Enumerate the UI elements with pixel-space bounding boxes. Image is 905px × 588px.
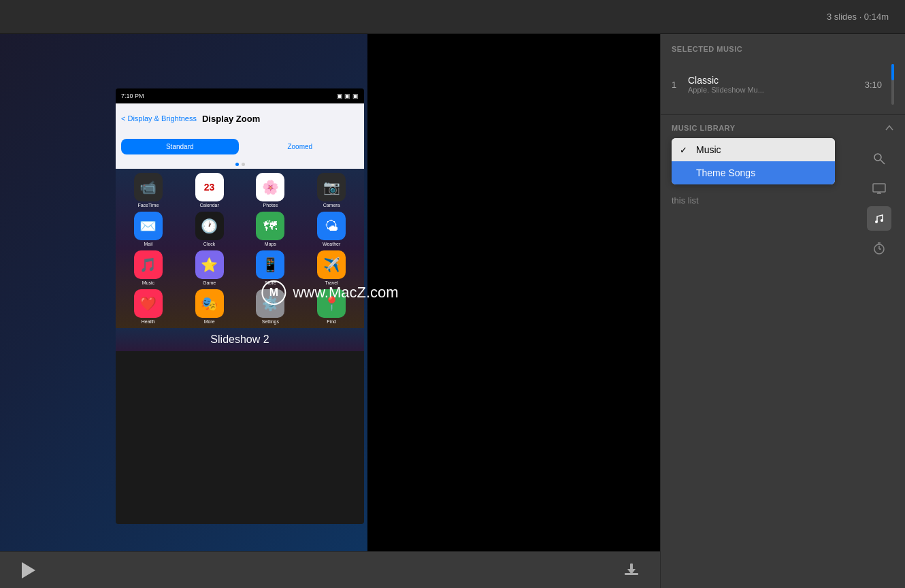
track-title: Classic [688,75,859,86]
toggle-zoomed: Zoomed [242,139,359,154]
play-button[interactable] [16,558,41,583]
dropdown-item-theme-songs[interactable]: ✓ Theme Songs [672,161,835,184]
svg-point-9 [881,219,883,222]
svg-point-3 [874,154,881,161]
phone-screen: 7:10 PM ▣ ▣ ▣ < Display & Brightness Dis… [116,88,364,524]
music-library-title: MUSIC LIBRARY [672,124,735,132]
music-icon [872,211,887,226]
track-artist: Apple. Slideshow Mu... [688,86,859,94]
music-library-section: MUSIC LIBRARY ✓ Music ✓ Theme Songs [661,115,905,588]
track-number: 1 [672,80,682,90]
dropdown-container: ✓ Music ✓ Theme Songs [672,138,894,184]
right-panel: SELECTED MUSIC 1 Classic Apple. Slidesho… [660,34,905,588]
app-icon-settings: ⚙️ Settings [242,289,299,324]
timer-button[interactable] [867,236,891,261]
phone-home-screen: 📹 FaceTime 23 Calendar 🌸 [116,169,364,328]
slide-right [367,34,660,551]
timer-icon [872,241,887,256]
app-icon-weather: 🌤 Weather [303,212,360,246]
selected-music-title: SELECTED MUSIC [672,45,894,53]
app-icon-photos: 🌸 Photos [242,173,299,208]
phone-slideshow-text: Slideshow 2 [116,328,364,351]
dropdown-menu: ✓ Music ✓ Theme Songs [672,138,835,184]
phone-nav-back: < Display & Brightness [121,114,197,122]
chevron-up-icon[interactable] [885,123,894,133]
phone-status-bar: 7:10 PM ▣ ▣ ▣ [116,88,364,103]
preview-area: 7:10 PM ▣ ▣ ▣ < Display & Brightness Dis… [0,34,660,588]
dropdown-music-label: Music [696,144,721,155]
bottom-controls [0,551,660,588]
selected-music-section: SELECTED MUSIC 1 Classic Apple. Slidesho… [661,34,905,115]
slideshow-icon [872,181,887,196]
slide-left: 7:10 PM ▣ ▣ ▣ < Display & Brightness Dis… [0,34,367,551]
music-button[interactable] [867,206,891,231]
app-icon-clock: 🕐 Clock [181,212,238,246]
section-header: MUSIC LIBRARY [672,123,894,133]
export-button[interactable] [619,558,644,583]
svg-rect-5 [873,184,885,192]
slide-info: 3 slides · 0:14m [827,12,889,22]
phone-nav-bar: < Display & Brightness Display Zoom [116,103,364,133]
play-icon [22,562,35,578]
app-icon-facetime: 📹 FaceTime [120,173,177,208]
phone-time: 7:10 PM [121,93,144,99]
svg-line-4 [881,160,885,164]
app-icon-camera: 📷 Camera [303,173,360,208]
dot-2 [242,163,245,166]
app-icon-travel: ✈️ Travel [303,250,360,285]
side-icons [867,146,894,261]
app-icon-music: 🎵 Music [120,250,177,285]
search-button[interactable] [867,146,891,171]
dot-1 [235,163,239,166]
slideshow-button[interactable] [867,176,891,201]
track-duration: 3:10 [865,80,882,90]
phone-status-icons: ▣ ▣ ▣ [337,93,359,99]
checkmark-icon: ✓ [680,145,691,155]
track-progress-fill [891,64,894,80]
app-icon-mail: ✉️ Mail [120,212,177,246]
toggle-standard: Standard [121,139,239,154]
track-info: Classic Apple. Slideshow Mu... [688,75,859,94]
slide-strip: 7:10 PM ▣ ▣ ▣ < Display & Brightness Dis… [0,34,660,551]
main-layout: 7:10 PM ▣ ▣ ▣ < Display & Brightness Dis… [0,34,905,588]
empty-list-text: this list [672,190,894,211]
slideshow-preview: 7:10 PM ▣ ▣ ▣ < Display & Brightness Dis… [0,34,660,551]
slide-left-img: 7:10 PM ▣ ▣ ▣ < Display & Brightness Dis… [0,34,367,551]
phone-dots [116,160,364,169]
export-icon [622,561,641,580]
app-icon-appstore: 📱 Store [242,250,299,285]
svg-point-8 [875,220,878,223]
app-icon-find: 📍 Find [303,289,360,324]
app-icon-maps: 🗺 Maps [242,212,299,246]
search-icon [872,152,886,165]
phone-nav-title: Display Zoom [202,114,260,124]
top-bar: 3 slides · 0:14m [0,0,905,34]
track-row-1: 1 Classic Apple. Slideshow Mu... 3:10 [672,60,894,109]
dropdown-item-music[interactable]: ✓ Music [672,138,835,161]
track-progress-bar [891,64,894,105]
app-icon-health: ❤️ Health [120,289,177,324]
phone-container: 7:10 PM ▣ ▣ ▣ < Display & Brightness Dis… [0,34,367,551]
app-icon-more: 🎭 More [181,289,238,324]
app-icon-calendar: 23 Calendar [181,173,238,208]
app-icon-star: ⭐ Game [181,250,238,285]
phone-settings-toggle: Standard Zoomed [116,133,364,160]
dropdown-theme-label: Theme Songs [696,167,755,178]
no-checkmark: ✓ [680,168,691,178]
